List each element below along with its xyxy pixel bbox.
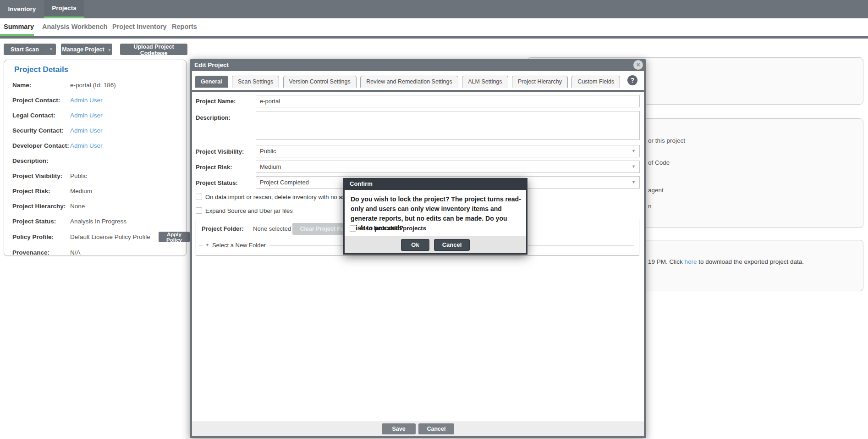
project-folder-label: Project Folder: [202,225,244,232]
save-button[interactable]: Save [382,423,416,434]
confirm-dialog-title: Confirm [345,178,526,190]
delete-inventory-checkbox[interactable] [196,194,202,200]
manage-project-button[interactable]: Manage Project▼ [61,44,112,55]
edit-project-modal-title: Edit Project [194,59,229,71]
detail-row-developer-contact: Developer Contact: Admin User [12,142,183,151]
security-contact-link[interactable]: Admin User [70,127,103,134]
export-note-prefix: 19 PM. Click [648,258,685,265]
start-scan-label[interactable]: Start Scan [4,44,46,55]
cancel-button[interactable]: Cancel [418,423,454,434]
detail-value: N/A [70,249,81,256]
tab-project-hierarchy[interactable]: Project Hierarchy [512,76,568,88]
detail-row-status: Project Status: Analysis In Progress [12,218,183,227]
project-risk-value: Medium [260,163,281,170]
detail-label: Project Risk: [12,188,50,194]
expand-source-checkbox-label: Expand Source and Uber jar files [205,207,293,214]
project-name-input[interactable] [256,95,640,107]
project-visibility-label: Project Visibility: [196,148,244,155]
chevron-down-icon: ▼ [49,47,53,51]
apply-policy-button[interactable]: Apply Policy [159,232,190,242]
export-note-suffix: to download the exported project data. [697,258,804,265]
detail-value: Default License Policy Profile [70,233,150,240]
subnav-tab-reports[interactable]: Reports [172,18,197,36]
edit-project-tabstrip: General Scan Settings Version Control Se… [195,76,622,88]
confirm-dialog: Confirm Do you wish to lock the project?… [343,178,527,255]
tab-alm-settings[interactable]: ALM Settings [462,76,508,88]
legend-dash [199,245,203,245]
confirm-dialog-footer: Ok Cancel [345,236,526,253]
developer-contact-link[interactable]: Admin User [70,142,103,149]
start-scan-button[interactable]: Start Scan ▼ [4,44,56,55]
lock-child-projects-checkbox[interactable] [350,225,356,232]
detail-row-name: Name: e-portal (Id: 186) [12,82,183,91]
tabstrip-underline [192,90,644,92]
project-details-panel: Project Details Name: e-portal (Id: 186)… [4,60,187,256]
start-scan-dropdown[interactable]: ▼ [46,44,56,55]
chevron-down-icon: ▼ [632,145,636,157]
detail-label: Project Visibility: [12,172,62,179]
detail-row-security-contact: Security Contact: Admin User [12,127,183,136]
project-details-title: Project Details [14,65,68,74]
subnav-tab-summary[interactable]: Summary [4,18,34,36]
delete-inventory-checkbox-label: On data import or rescan, delete invento… [205,194,345,200]
detail-row-description: Description: [12,157,183,167]
detail-label: Security Contact: [12,127,64,134]
detail-value: Analysis In Progress [70,218,126,225]
project-visibility-select[interactable]: Public ▼ [256,145,640,157]
tab-review-remediation-settings[interactable]: Review and Remediation Settings [360,76,458,88]
export-download-link[interactable]: here [685,258,697,265]
description-label: Description: [196,114,231,121]
detail-row-visibility: Project Visibility: Public [12,172,183,182]
expand-source-checkbox[interactable] [196,207,202,214]
upload-project-codebase-button[interactable]: Upload Project Codebase [120,44,187,55]
project-risk-label: Project Risk: [196,164,232,171]
project-status-value: Project Completed [260,179,309,186]
tab-custom-fields[interactable]: Custom Fields [571,76,620,88]
description-textarea[interactable] [256,111,640,140]
project-contact-link[interactable]: Admin User [70,97,103,104]
detail-row-project-contact: Project Contact: Admin User [12,97,183,106]
detail-label: Description: [12,157,49,164]
legal-contact-link[interactable]: Admin User [70,112,103,119]
detail-row-provenance: Provenance: N/A [12,249,183,258]
detail-label: Provenance: [12,249,49,256]
expand-source-checkbox-row: Expand Source and Uber jar files [196,206,293,215]
topnav-tab-projects[interactable]: Projects [44,0,84,18]
detail-value: Public [70,172,87,179]
top-navigation-bar: Inventory Projects [0,0,868,18]
chevron-down-icon: ▼ [205,243,209,247]
subnav-tab-analysis-workbench[interactable]: Analysis Workbench [42,18,107,36]
project-risk-select[interactable]: Medium ▼ [256,161,640,173]
close-icon[interactable]: ✕ [633,60,643,70]
detail-row-risk: Project Risk: Medium [12,188,183,197]
export-note: 19 PM. Click here to download the export… [648,258,804,265]
confirm-cancel-button[interactable]: Cancel [434,239,470,251]
detail-label: Legal Contact: [12,112,55,119]
topnav-tab-inventory[interactable]: Inventory [0,0,44,18]
delete-inventory-checkbox-row: On data import or rescan, delete invento… [196,193,345,201]
detail-row-hierarchy: Project Hierarchy: None [12,203,183,212]
lock-child-projects-row: Also lock child projects [350,225,426,232]
subnav-tab-project-inventory[interactable]: Project Inventory [112,18,166,36]
tab-scan-settings[interactable]: Scan Settings [232,76,279,88]
detail-label: Policy Profile: [12,233,54,240]
divider-strip [0,36,868,39]
tab-version-control-settings[interactable]: Version Control Settings [283,76,357,88]
ok-button[interactable]: Ok [401,239,429,251]
chevron-down-icon: ▼ [632,161,636,172]
chevron-down-icon: ▼ [632,177,636,188]
lock-child-projects-label: Also lock child projects [359,225,426,232]
project-name-label: Project Name: [196,98,236,105]
chevron-down-icon: ▼ [108,48,111,52]
secondary-navigation: Summary Analysis Workbench Project Inven… [0,18,868,36]
detail-label: Project Hierarchy: [12,203,66,210]
tab-general[interactable]: General [195,76,228,88]
clipped-text: agent [648,187,664,194]
edit-project-footer: Save Cancel [192,422,644,436]
detail-label: Project Contact: [12,97,60,104]
project-status-label: Project Status: [196,179,238,186]
detail-label: Developer Contact: [12,142,69,149]
help-icon[interactable]: ? [627,75,637,85]
detail-value: None [70,203,85,210]
detail-value: Medium [70,188,92,194]
